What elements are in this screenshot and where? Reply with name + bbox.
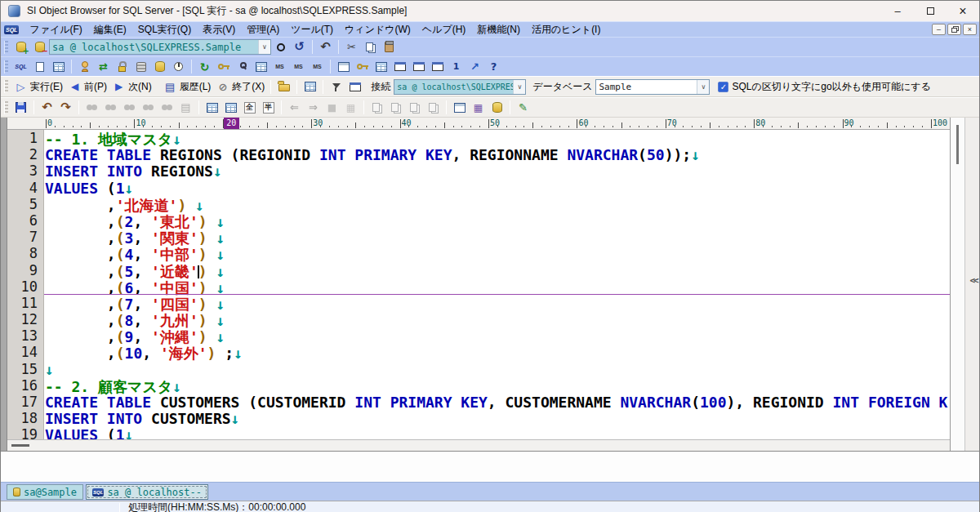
chevron-down-icon[interactable]: ∨ (513, 80, 525, 94)
script-grid-button[interactable] (49, 58, 68, 75)
disconnect-db-button[interactable]: − (30, 38, 49, 56)
code-text[interactable]: ,'北海道') ↓ (44, 196, 204, 212)
code-text[interactable]: ,(10, '海外') ;↓ (44, 344, 243, 360)
cut-button[interactable]: ✂ (342, 38, 361, 56)
save-button[interactable] (11, 99, 30, 116)
code-text[interactable]: ,(8, '九州') ↓ (44, 311, 225, 327)
tab-sa-sample[interactable]: sa@Sample (7, 484, 83, 500)
menu-item-1[interactable]: ファイル(F) (24, 21, 87, 38)
grid-calendar-button[interactable] (372, 58, 390, 75)
mdi-minimize-button[interactable]: – (932, 24, 946, 35)
db-key-button[interactable] (214, 58, 233, 75)
window-red-button[interactable] (390, 58, 409, 75)
connection-combo-2[interactable]: sa @ localhost\SQLEXPRESS.Sample ∨ (394, 79, 526, 95)
sql-code-editor[interactable]: 1-- 1. 地域マスタ↓2CREATE TABLE REGIONS (REGI… (7, 130, 950, 439)
code-text[interactable]: ,(5, '近畿') ↓ (44, 262, 225, 278)
code-text[interactable]: INSERT INTO CUSTOMERS↓ (44, 410, 239, 426)
execute-button[interactable]: ▷実行(E) (11, 78, 65, 96)
edit-pencil-button[interactable]: ✎ (514, 99, 532, 116)
code-text[interactable]: VALUES (1↓ (44, 426, 133, 439)
code-text[interactable]: -- 1. 地域マスタ↓ (44, 130, 181, 146)
window-number-button[interactable]: 1 (447, 58, 466, 75)
connect-db-button[interactable]: + (11, 38, 30, 56)
db-sync-button[interactable] (252, 58, 270, 75)
end-button[interactable]: ⊘終了(X) (213, 78, 267, 96)
minimize-button[interactable]: – (881, 1, 914, 21)
horizontal-scrollbar-thumb[interactable] (11, 444, 29, 447)
history-button[interactable]: ▤履歴(L) (161, 78, 214, 96)
code-text[interactable]: -- 2. 顧客マスタ↓ (44, 377, 181, 394)
menu-item-3[interactable]: SQL実行(Q) (132, 21, 197, 38)
code-text[interactable]: ,(6, '中国') ↓ (44, 278, 225, 295)
undo-edit-button[interactable]: ↶ (38, 99, 56, 116)
external-link-button[interactable]: ↗ (466, 58, 484, 75)
vertical-scrollbar[interactable] (950, 118, 964, 451)
code-text[interactable]: ↓ (44, 361, 54, 377)
menu-item-9[interactable]: 新機能(N) (471, 21, 526, 38)
halfwidth-convert-button[interactable] (221, 99, 240, 116)
code-text[interactable]: VALUES (1↓ (44, 180, 133, 196)
user-button[interactable] (75, 58, 94, 75)
ms-tool-button[interactable]: MS (308, 58, 327, 75)
menu-item-6[interactable]: ツール(T) (285, 21, 339, 38)
code-text[interactable]: ,(2, '東北') ↓ (44, 212, 225, 229)
next-button[interactable]: ▶次(N) (109, 78, 154, 96)
undo-button[interactable]: ↶ (316, 38, 335, 56)
code-text[interactable]: ,(9, '沖縄') ↓ (44, 327, 225, 344)
menu-item-5[interactable]: 管理(A) (241, 21, 285, 38)
copy-button[interactable] (361, 38, 380, 56)
roles-button[interactable]: ⇄ (94, 58, 113, 75)
window-package-button[interactable] (428, 58, 447, 75)
menu-item-8[interactable]: ヘルプ(H) (416, 21, 472, 38)
result-grid-button[interactable] (301, 78, 319, 96)
window-blue-button[interactable] (409, 58, 428, 75)
hankaku-button[interactable]: 半 (259, 99, 278, 116)
menu-item-7[interactable]: ウィンドウ(W) (339, 21, 416, 38)
db-refresh-button[interactable]: ↻ (195, 58, 214, 75)
tab-sql-exec[interactable]: SQL sa @ localhost-- (86, 484, 208, 500)
refresh-button[interactable]: ↺ (290, 38, 309, 56)
chevron-down-icon[interactable]: ∨ (258, 40, 270, 54)
format-color-button[interactable]: ▦ (469, 99, 488, 116)
menu-item-10[interactable]: 活用のヒント(I) (526, 21, 606, 38)
sql-exec-button[interactable]: SQL (11, 58, 30, 75)
code-text[interactable]: CREATE TABLE CUSTOMERS (CUSTOMERID INT P… (44, 394, 947, 410)
database-button[interactable] (150, 58, 169, 75)
ms-copy-button[interactable]: MS (289, 58, 308, 75)
format-grid-button[interactable] (450, 99, 469, 116)
toolbar-grip[interactable] (4, 60, 8, 73)
code-text[interactable]: ,(3, '関東') ↓ (44, 229, 225, 245)
toolbar-grip[interactable] (4, 101, 8, 114)
script-button[interactable] (30, 58, 49, 75)
code-text[interactable]: ,(7, '四国') ↓ (44, 295, 225, 311)
vertical-scrollbar-thumb[interactable] (956, 125, 959, 164)
paste-button[interactable] (380, 38, 399, 56)
fullwidth-convert-button[interactable] (203, 99, 221, 116)
ms-search-button[interactable]: MS (270, 58, 289, 75)
open-file-button[interactable] (274, 78, 293, 96)
storage-button[interactable] (131, 58, 150, 75)
table-list-button[interactable] (334, 58, 353, 75)
expand-panel-button[interactable]: << (967, 271, 979, 289)
chevron-down-icon[interactable]: ∨ (697, 80, 709, 94)
delimiter-checkbox[interactable]: ✓ SQLの区切り文字にgo以外も使用可能にする (718, 80, 930, 94)
horizontal-scrollbar[interactable] (7, 439, 950, 451)
toolbar-grip[interactable] (4, 41, 8, 54)
menu-item-4[interactable]: 表示(V) (197, 21, 241, 38)
close-button[interactable]: × (947, 1, 979, 21)
sql-logo-icon[interactable]: SQL (4, 25, 19, 34)
sql-search-button[interactable] (233, 58, 252, 75)
code-text[interactable]: CREATE TABLE REGIONS (REGIONID INT PRIMA… (44, 146, 700, 163)
zenkaku-button[interactable]: 全 (240, 99, 259, 116)
maximize-button[interactable] (914, 1, 947, 21)
mdi-close-button[interactable]: × (963, 24, 977, 35)
code-text[interactable]: ,(4, '中部') ↓ (44, 245, 225, 261)
lock-button[interactable] (113, 58, 131, 75)
menu-item-2[interactable]: 編集(E) (88, 21, 132, 38)
toolbar-grip[interactable] (4, 80, 8, 93)
help-button[interactable]: ? (484, 58, 503, 75)
format-db-button[interactable] (488, 99, 506, 116)
stop-button[interactable] (271, 38, 290, 56)
filter-button[interactable] (327, 78, 345, 96)
database-combo[interactable]: Sample ∨ (595, 79, 710, 95)
